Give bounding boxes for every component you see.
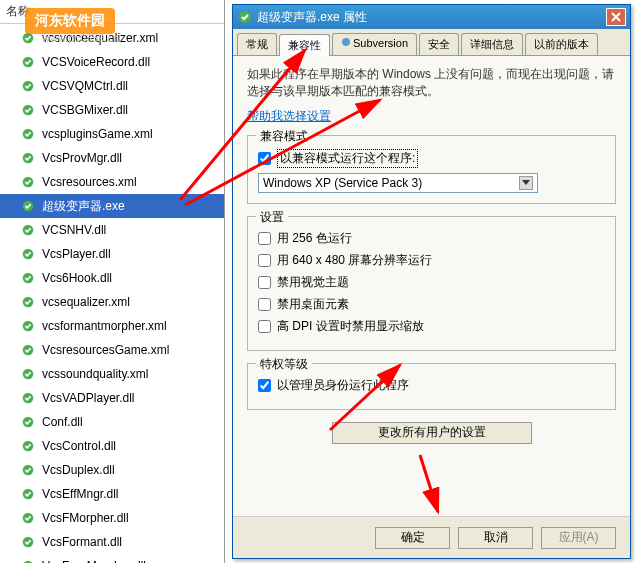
setting-dpi-label: 高 DPI 设置时禁用显示缩放 bbox=[277, 318, 424, 335]
file-row[interactable]: VCSBGMixer.dll bbox=[0, 98, 224, 122]
setting-dpi-checkbox[interactable] bbox=[258, 320, 271, 333]
tab-0[interactable]: 常规 bbox=[237, 33, 277, 55]
tab-label: 安全 bbox=[428, 38, 450, 50]
file-icon bbox=[20, 126, 36, 142]
combo-value: Windows XP (Service Pack 3) bbox=[263, 176, 422, 190]
file-name: vcsformantmorpher.xml bbox=[42, 319, 167, 333]
file-icon bbox=[20, 462, 36, 478]
tab-strip: 常规兼容性Subversion安全详细信息以前的版本 bbox=[233, 29, 630, 56]
tab-label: 常规 bbox=[246, 38, 268, 50]
file-icon bbox=[20, 414, 36, 430]
dialog-title: 超级变声器.exe 属性 bbox=[257, 9, 367, 26]
compat-group-title: 兼容模式 bbox=[256, 128, 312, 145]
settings-group-title: 设置 bbox=[256, 209, 288, 226]
file-row[interactable]: VcsProvMgr.dll bbox=[0, 146, 224, 170]
file-row[interactable]: VcsDuplex.dll bbox=[0, 458, 224, 482]
file-icon bbox=[20, 390, 36, 406]
file-icon bbox=[20, 102, 36, 118]
file-name: VCSNHV.dll bbox=[42, 223, 106, 237]
tab-3[interactable]: 安全 bbox=[419, 33, 459, 55]
apply-button[interactable]: 应用(A) bbox=[541, 527, 616, 549]
setting-640-label: 用 640 x 480 屏幕分辨率运行 bbox=[277, 252, 432, 269]
file-row[interactable]: VCSNHV.dll bbox=[0, 218, 224, 242]
watermark-title: 河东软件园 bbox=[25, 8, 115, 34]
file-icon bbox=[20, 222, 36, 238]
file-list: vcsvoiceequalizer.xmlVCSVoiceRecord.dllV… bbox=[0, 24, 224, 563]
setting-theme-label: 禁用视觉主题 bbox=[277, 274, 349, 291]
file-name: VCSVQMCtrl.dll bbox=[42, 79, 128, 93]
cancel-button[interactable]: 取消 bbox=[458, 527, 533, 549]
file-row[interactable]: VcsEffMngr.dll bbox=[0, 482, 224, 506]
tab-1[interactable]: 兼容性 bbox=[279, 34, 330, 56]
app-icon bbox=[237, 9, 253, 25]
setting-256-checkbox[interactable] bbox=[258, 232, 271, 245]
file-row[interactable]: VcsresourcesGame.xml bbox=[0, 338, 224, 362]
file-row[interactable]: vcsformantmorpher.xml bbox=[0, 314, 224, 338]
file-icon bbox=[20, 174, 36, 190]
compat-mode-label: 以兼容模式运行这个程序: bbox=[277, 149, 418, 168]
file-row[interactable]: VcsPlayer.dll bbox=[0, 242, 224, 266]
file-name: VcsPlayer.dll bbox=[42, 247, 111, 261]
setting-256-label: 用 256 色运行 bbox=[277, 230, 352, 247]
setting-desktop-checkbox[interactable] bbox=[258, 298, 271, 311]
compat-mode-checkbox[interactable] bbox=[258, 152, 271, 165]
file-icon bbox=[20, 318, 36, 334]
compat-mode-combo[interactable]: Windows XP (Service Pack 3) bbox=[258, 173, 538, 193]
setting-theme-checkbox[interactable] bbox=[258, 276, 271, 289]
file-row[interactable]: vcspluginsGame.xml bbox=[0, 122, 224, 146]
file-name: vcsequalizer.xml bbox=[42, 295, 130, 309]
tab-4[interactable]: 详细信息 bbox=[461, 33, 523, 55]
tab-2[interactable]: Subversion bbox=[332, 33, 417, 55]
setting-640-checkbox[interactable] bbox=[258, 254, 271, 267]
tab-5[interactable]: 以前的版本 bbox=[525, 33, 598, 55]
close-button[interactable] bbox=[606, 8, 626, 26]
file-name: Vcs6Hook.dll bbox=[42, 271, 112, 285]
file-row[interactable]: VcsFormant.dll bbox=[0, 530, 224, 554]
priv-group-title: 特权等级 bbox=[256, 356, 312, 373]
file-icon bbox=[20, 270, 36, 286]
file-row[interactable]: VCSVoiceRecord.dll bbox=[0, 50, 224, 74]
file-name: VcsDuplex.dll bbox=[42, 463, 115, 477]
file-name: VCSVoiceRecord.dll bbox=[42, 55, 150, 69]
file-row[interactable]: Conf.dll bbox=[0, 410, 224, 434]
file-row[interactable]: VcsControl.dll bbox=[0, 434, 224, 458]
file-row[interactable]: 超级变声器.exe bbox=[0, 194, 224, 218]
help-link[interactable]: 帮助我选择设置 bbox=[247, 108, 331, 125]
file-icon bbox=[20, 510, 36, 526]
setting-desktop-label: 禁用桌面元素 bbox=[277, 296, 349, 313]
titlebar: 超级变声器.exe 属性 bbox=[233, 5, 630, 29]
file-name: VcsresourcesGame.xml bbox=[42, 343, 169, 357]
dialog-body: 如果此程序在早期版本的 Windows 上没有问题，而现在出现问题，请选择与该早… bbox=[233, 56, 630, 517]
file-name: VcsVADPlayer.dll bbox=[42, 391, 134, 405]
admin-checkbox[interactable] bbox=[258, 379, 271, 392]
file-name: vcssoundquality.xml bbox=[42, 367, 149, 381]
tab-label: 详细信息 bbox=[470, 38, 514, 50]
chevron-down-icon bbox=[519, 176, 533, 190]
tab-label: Subversion bbox=[353, 37, 408, 49]
file-icon bbox=[20, 294, 36, 310]
watermark-url: www.pc0359.cn bbox=[42, 32, 119, 44]
file-icon bbox=[20, 246, 36, 262]
file-name: VCSBGMixer.dll bbox=[42, 103, 128, 117]
file-name: VcsFreqMorpher.dll bbox=[42, 559, 146, 563]
file-row[interactable]: VcsFMorpher.dll bbox=[0, 506, 224, 530]
file-name: 超级变声器.exe bbox=[42, 198, 125, 215]
file-row[interactable]: VCSVQMCtrl.dll bbox=[0, 74, 224, 98]
file-icon bbox=[20, 150, 36, 166]
description-text: 如果此程序在早期版本的 Windows 上没有问题，而现在出现问题，请选择与该早… bbox=[247, 66, 616, 100]
file-name: VcsFormant.dll bbox=[42, 535, 122, 549]
file-row[interactable]: VcsVADPlayer.dll bbox=[0, 386, 224, 410]
file-icon bbox=[20, 486, 36, 502]
file-row[interactable]: VcsFreqMorpher.dll bbox=[0, 554, 224, 563]
file-name: vcspluginsGame.xml bbox=[42, 127, 153, 141]
dialog-footer: 确定 取消 应用(A) bbox=[233, 516, 630, 558]
file-row[interactable]: Vcsresources.xml bbox=[0, 170, 224, 194]
file-row[interactable]: Vcs6Hook.dll bbox=[0, 266, 224, 290]
ok-button[interactable]: 确定 bbox=[375, 527, 450, 549]
file-row[interactable]: vcssoundquality.xml bbox=[0, 362, 224, 386]
file-name: Vcsresources.xml bbox=[42, 175, 137, 189]
file-row[interactable]: vcsequalizer.xml bbox=[0, 290, 224, 314]
tab-label: 以前的版本 bbox=[534, 38, 589, 50]
file-explorer: 名称 vcsvoiceequalizer.xmlVCSVoiceRecord.d… bbox=[0, 0, 225, 563]
all-users-button[interactable]: 更改所有用户的设置 bbox=[332, 422, 532, 444]
